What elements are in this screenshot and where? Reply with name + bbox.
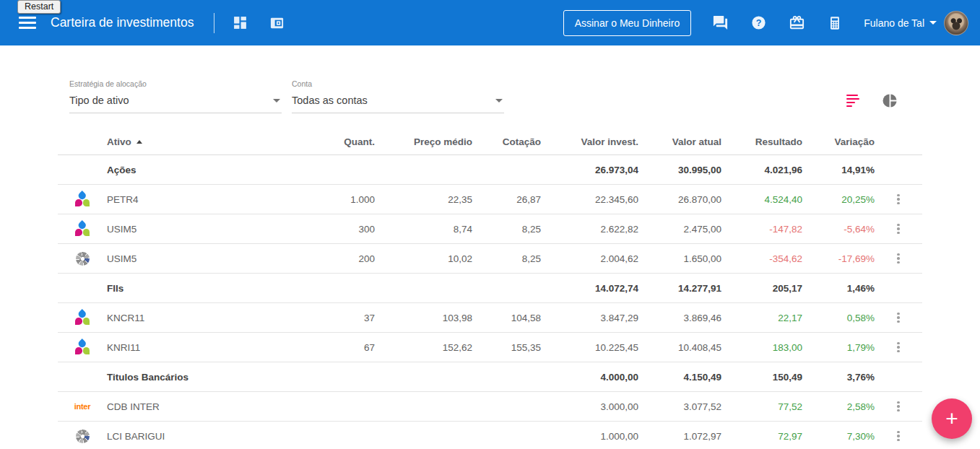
user-menu[interactable]: Fulano de Tal xyxy=(864,17,937,29)
chat-icon[interactable] xyxy=(712,14,729,31)
cell-preco-medio: 152,62 xyxy=(375,342,472,353)
sort-asc-icon xyxy=(136,140,142,144)
table-row[interactable]: interCDB INTER3.000,003.077,5277,522,58% xyxy=(58,392,922,422)
help-icon[interactable]: ? xyxy=(750,14,767,31)
cell-resultado: 22,17 xyxy=(721,313,802,323)
page: Restart Carteira de investimentos Assina… xyxy=(0,0,980,449)
cell-valor-atual: 4.150,49 xyxy=(638,372,721,383)
portfolio-table: Ativo Quant. Preço médio Cotação Valor i… xyxy=(58,128,922,449)
cell-resultado: 77,52 xyxy=(721,401,802,412)
table-row[interactable]: KNRI1167152,62155,3510.225,4510.408,4518… xyxy=(58,333,922,362)
strategy-select[interactable]: Estratégia de alocação Tipo de ativo xyxy=(69,79,282,113)
column-header-resultado[interactable]: Resultado xyxy=(721,136,802,147)
cell-valor-atual: 30.995,00 xyxy=(638,165,721,175)
cell-variacao: 1,79% xyxy=(802,342,875,353)
table-row[interactable]: KNCR1137103,98104,583.847,293.869,4622,1… xyxy=(58,303,922,333)
row-menu-kebab-icon[interactable] xyxy=(893,337,904,357)
cell-valor-invest: 2.004,62 xyxy=(541,253,638,264)
table-row[interactable]: USIM520010,028,252.004,621.650,00-354,62… xyxy=(58,244,922,274)
cell-variacao: 3,76% xyxy=(802,372,875,383)
cell-valor-atual: 10.408,45 xyxy=(638,342,721,353)
table-row[interactable]: PETR41.00022,3526,8722.345,6026.870,004.… xyxy=(58,185,922,214)
pie-chart-view-icon[interactable] xyxy=(882,92,898,109)
group-name: Titulos Bancários xyxy=(107,372,266,383)
column-header-cotacao[interactable]: Cotação xyxy=(472,136,541,147)
cell-resultado: -354,62 xyxy=(721,253,802,264)
row-menu-kebab-icon[interactable] xyxy=(893,248,904,268)
cell-quant: 37 xyxy=(266,313,375,323)
row-menu-kebab-icon[interactable] xyxy=(893,189,904,209)
cell-valor-atual: 1.072,97 xyxy=(638,431,721,442)
cell-valor-invest: 2.622,82 xyxy=(541,224,638,235)
add-asset-fab-button[interactable]: + xyxy=(932,398,972,439)
asset-name: KNCR11 xyxy=(107,313,266,323)
asset-name: USIM5 xyxy=(107,224,266,235)
column-header-valor-atual[interactable]: Valor atual xyxy=(638,136,721,147)
cell-variacao: 2,58% xyxy=(802,401,875,412)
cell-cotacao: 104,58 xyxy=(472,313,541,323)
rico-broker-logo-icon xyxy=(74,310,90,326)
shutter-broker-logo-icon xyxy=(76,430,90,443)
avatar[interactable] xyxy=(944,11,968,35)
rico-broker-logo-icon xyxy=(74,221,90,237)
strategy-select-value: Tipo de ativo xyxy=(69,95,129,106)
cell-resultado: 183,00 xyxy=(721,342,802,353)
account-select[interactable]: Conta Todas as contas xyxy=(292,79,504,113)
strategy-select-label: Estratégia de alocação xyxy=(69,79,282,88)
table-row[interactable]: LCI BARIGUI1.000,001.072,9772,977,30% xyxy=(58,422,922,449)
filters-bar: Estratégia de alocação Tipo de ativo Con… xyxy=(58,45,922,113)
cell-valor-invest: 3.000,00 xyxy=(541,401,638,412)
title-divider xyxy=(214,13,214,33)
dashboard-icon[interactable] xyxy=(233,15,248,30)
asset-name: USIM5 xyxy=(107,253,266,264)
cell-valor-atual: 3.077,52 xyxy=(638,401,721,412)
cell-valor-invest: 4.000,00 xyxy=(541,372,638,383)
asset-name: CDB INTER xyxy=(107,401,266,412)
calculator-icon[interactable] xyxy=(827,15,843,31)
cell-cotacao: 8,25 xyxy=(472,253,541,264)
main-content: Estratégia de alocação Tipo de ativo Con… xyxy=(0,45,980,449)
hamburger-menu-icon[interactable] xyxy=(19,14,36,32)
cell-quant: 300 xyxy=(266,224,375,235)
cell-resultado: 4.021,96 xyxy=(721,165,802,175)
row-menu-kebab-icon[interactable] xyxy=(893,426,904,445)
group-name: FIIs xyxy=(107,283,266,294)
cell-preco-medio: 22,35 xyxy=(375,194,472,205)
cell-variacao: 1,46% xyxy=(802,283,875,294)
page-title: Carteira de investimentos xyxy=(51,15,194,30)
column-header-ativo[interactable]: Ativo xyxy=(107,136,266,147)
shutter-broker-logo-icon xyxy=(76,252,90,266)
group-row: Ações26.973,0430.995,004.021,9614,91% xyxy=(58,155,922,185)
cell-valor-atual: 14.277,91 xyxy=(638,283,721,294)
cell-quant: 200 xyxy=(266,253,375,264)
list-view-icon[interactable] xyxy=(846,92,859,108)
cell-resultado: -147,82 xyxy=(721,224,802,235)
column-header-variacao[interactable]: Variação xyxy=(802,136,875,147)
asset-name: PETR4 xyxy=(107,194,266,205)
column-header-preco-medio[interactable]: Preço médio xyxy=(375,136,472,147)
wallet-icon[interactable] xyxy=(269,15,285,30)
cell-quant: 67 xyxy=(266,342,375,353)
restart-button[interactable]: Restart xyxy=(17,0,61,14)
cell-valor-atual: 2.475,00 xyxy=(638,224,721,235)
cell-valor-invest: 1.000,00 xyxy=(541,431,638,442)
column-header-quant[interactable]: Quant. xyxy=(266,136,375,147)
view-toggle xyxy=(846,92,898,113)
account-select-value: Todas as contas xyxy=(292,95,368,106)
chevron-down-icon xyxy=(273,99,280,103)
group-name: Ações xyxy=(107,165,266,175)
subscribe-button[interactable]: Assinar o Meu Dinheiro xyxy=(563,10,692,36)
row-menu-kebab-icon[interactable] xyxy=(893,396,904,416)
cell-preco-medio: 103,98 xyxy=(375,313,472,323)
cell-valor-atual: 26.870,00 xyxy=(638,194,721,205)
table-body: Ações26.973,0430.995,004.021,9614,91%PET… xyxy=(58,155,922,449)
table-row[interactable]: USIM53008,748,252.622,822.475,00-147,82-… xyxy=(58,214,922,244)
cell-variacao: 0,58% xyxy=(802,313,875,323)
account-select-label: Conta xyxy=(292,79,504,88)
row-menu-kebab-icon[interactable] xyxy=(893,308,904,327)
column-header-valor-invest[interactable]: Valor invest. xyxy=(541,136,638,147)
group-row: FIIs14.072,7414.277,91205,171,46% xyxy=(58,274,922,303)
row-menu-kebab-icon[interactable] xyxy=(893,219,904,238)
cell-quant: 1.000 xyxy=(266,194,375,205)
gift-icon[interactable] xyxy=(789,14,805,31)
